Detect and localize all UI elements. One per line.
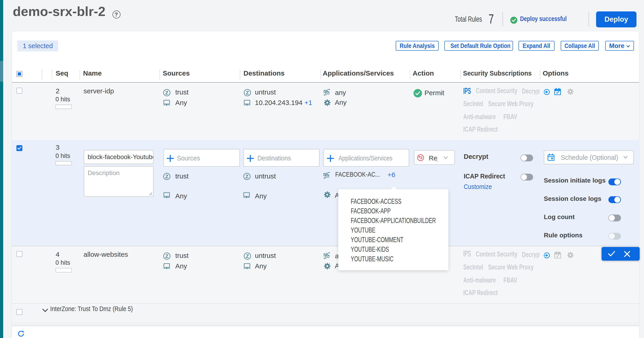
svg-text:Z: Z bbox=[165, 90, 168, 96]
svg-text:Z: Z bbox=[246, 253, 249, 259]
svg-text:Z: Z bbox=[165, 174, 168, 180]
svg-text:Z: Z bbox=[165, 253, 168, 259]
svg-text:Z: Z bbox=[245, 174, 248, 180]
svg-text:Z: Z bbox=[246, 90, 249, 96]
